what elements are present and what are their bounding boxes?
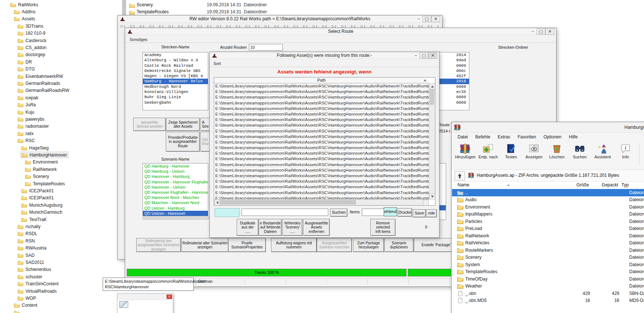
rw-editor-titlebar[interactable]: RW editor Version 8.0.22 Rail Works path… <box>118 16 442 23</box>
tree-item-SAD2011[interactable]: SAD2011 <box>0 259 117 266</box>
tree-item-RWAustria[interactable]: RWAustria <box>0 245 117 252</box>
winrar-row-_.sbn.MD5[interactable]: _.sbn.MD51616MD5-Datei <box>452 297 644 305</box>
tree-item-GermanRailRoadsRW[interactable]: GermanRailRoadsRW <box>0 87 117 94</box>
select-route-titlebar[interactable]: Select Route – ▢ ✕ <box>125 28 556 35</box>
bottom-button-2[interactable]: Rollmaterial aller Szenarien anzeigen <box>181 238 229 252</box>
winrar-row-InputMappers[interactable]: InputMappersDateiordner <box>452 211 644 218</box>
path-row[interactable]: E:\SteamLibrary\steamapps\common\RailWor… <box>214 140 429 145</box>
route-item[interactable]: Konstanz-Villingen <box>143 89 208 94</box>
tree-item-RailWorks[interactable]: RailWorks <box>0 1 117 8</box>
tree-item-radiomaster[interactable]: radiomaster <box>0 123 117 130</box>
winrar-row-Weather[interactable]: WeatherDateiordner <box>452 283 644 290</box>
tree-item-ICE3Pack01[interactable]: ICE3Pack01 <box>0 195 117 202</box>
missing-action-button-2[interactable]: e Bestaende auf fehlende Dateien <box>259 219 282 236</box>
winrar-row-Particles[interactable]: ParticlesDateiordner <box>452 218 644 225</box>
path-row[interactable]: E:\SteamLibrary\steamapps\common\RailWor… <box>214 111 429 117</box>
path-rows[interactable]: E:\SteamLibrary\steamapps\common\RailWor… <box>214 83 429 199</box>
tree-scrollbar-thumb[interactable] <box>122 0 126 15</box>
scenario-item[interactable]: QD Hamburg - Hannover <box>143 164 208 169</box>
path-row[interactable]: E:\SteamLibrary\steamapps\common\RailWor… <box>214 162 429 168</box>
tree-item-3DTrains[interactable]: 3DTrains <box>0 23 117 30</box>
tree-item[interactable] <box>0 309 117 313</box>
winrar-menu-datei[interactable]: Datei <box>454 134 472 140</box>
tree-item-railx[interactable]: railx <box>0 130 117 137</box>
szenario-name-list[interactable]: QD Hamburg - HannoverQD Hamburg - Uelzen… <box>143 163 208 216</box>
winrar-menu-extras[interactable]: Extras <box>494 134 514 140</box>
zeige-speicherort-button[interactable]: Zeige Speicherort aller Assets <box>166 118 200 131</box>
path-row[interactable]: E:\SteamLibrary\steamapps\common\RailWor… <box>214 173 429 179</box>
nde-button-clipped[interactable]: nde <box>426 209 437 217</box>
bottom-button-6[interactable]: Zum Package hinzufuegen <box>353 238 384 252</box>
winrar-menu-optionen[interactable]: Optionen <box>540 134 565 140</box>
winrar-row-..[interactable]: ..Dateiordner <box>452 189 644 196</box>
winrar-row-Audio[interactable]: AudioDateiordner <box>452 196 644 204</box>
tree-item-TemplateRoutes[interactable]: TemplateRoutes <box>0 180 117 187</box>
bottom-button-4[interactable]: Auflistung wagons mit nummern <box>271 238 317 252</box>
tree-item-MunichGarmisch[interactable]: MunichGarmisch <box>0 209 117 216</box>
menu-sonstiges[interactable]: Sonstiges <box>127 36 150 42</box>
path-row[interactable]: E:\SteamLibrary\steamapps\common\RailWor… <box>214 145 429 151</box>
close-icon[interactable]: ✕ <box>431 16 440 22</box>
winrar-row-RailVehicles[interactable]: RailVehiclesDateiordner <box>452 240 644 247</box>
path-row[interactable]: E:\SteamLibrary\steamapps\common\RailWor… <box>214 151 429 156</box>
hscroll-thumb[interactable] <box>220 200 356 204</box>
col-name[interactable]: Name <box>458 182 469 188</box>
missing-action-button-1[interactable]: Duplikate aus der ..... <box>237 219 258 236</box>
winrar-row-PreLoad[interactable]: PreLoadDateiordner <box>452 225 644 233</box>
minimize-icon[interactable]: – <box>415 16 423 21</box>
tree-item-icepak[interactable]: icepak <box>0 94 117 101</box>
tree-item-doctorgep[interactable]: doctorgep <box>0 51 117 58</box>
route-item[interactable]: Hedborough Nord <box>143 84 208 89</box>
path-row[interactable]: E:\SteamLibrary\steamapps\common\RailWor… <box>214 134 429 140</box>
tree-item-DTG[interactable]: DTG <box>0 66 117 73</box>
path-row[interactable]: E:\SteamLibrary\steamapps\common\RailWor… <box>214 117 429 123</box>
tree-item-schuster[interactable]: schuster <box>0 273 117 280</box>
toolbar-search-button[interactable]: Suchen <box>568 142 591 169</box>
toolbar-test-button[interactable]: Testen <box>500 142 523 169</box>
winrar-menu-favoriten[interactable]: Favoriten <box>514 134 540 140</box>
menu-sort[interactable]: Sort <box>211 60 223 66</box>
path-column-header[interactable]: Path <box>214 78 429 83</box>
route-item[interactable]: Hamburg - Hannover Delux <box>143 79 208 84</box>
winrar-row-TemplateRoutes[interactable]: TemplateRoutesDateiordner <box>452 268 644 276</box>
tree-item-RailNetwork[interactable]: RailNetwork <box>0 166 117 173</box>
toolbar-virus-button[interactable]: Virenprüf <box>642 142 644 169</box>
winrar-row-_.sbn[interactable]: _.sbn429429SBN-Datei <box>452 290 644 297</box>
toolbar-books-button[interactable]: Hinzufügen <box>454 142 477 169</box>
tree-item-ICE2Pack01[interactable]: ICE2Pack01 <box>0 187 117 194</box>
close-icon[interactable]: ✕ <box>428 52 437 59</box>
tree-item-CS_addon[interactable]: CS_addon <box>0 44 117 51</box>
maximize-icon[interactable]: ▢ <box>419 52 428 59</box>
winrar-titlebar[interactable]: HamburgAssets.ap - WinRAR <box>452 122 644 133</box>
tree-scrollbar[interactable] <box>122 0 126 15</box>
path-row[interactable]: E:\SteamLibrary\steamapps\common\RailWor… <box>214 156 429 162</box>
path-hscrollbar[interactable] <box>214 199 429 205</box>
tree-item-TestTraK[interactable]: TestTraK <box>0 216 117 223</box>
provider-produkte-button[interactable]: Provider/Produkte in ausgewaehlter Route <box>166 132 200 152</box>
route-item[interactable]: Seebergbahn <box>143 100 208 105</box>
strecken-name-list[interactable]: AcademyAltenburg - Wildau v.3Castle Rock… <box>143 52 208 110</box>
winrar-row-Environment[interactable]: EnvironmentDateiordner <box>452 203 644 211</box>
up-directory-button[interactable] <box>455 171 465 180</box>
maximize-icon[interactable]: ▢ <box>422 16 431 22</box>
missing-action-button-5[interactable]: Remove selected Inft items <box>370 219 395 236</box>
winrar-file-list[interactable]: ..DateiordnerAudioDateiordnerEnvironment… <box>452 189 644 313</box>
tree-item-RSN[interactable]: RSN <box>0 237 117 244</box>
tree-item-EisenbahnwerkRW[interactable]: EisenbahnwerkRW <box>0 73 117 80</box>
path-row[interactable]: E:\SteamLibrary\steamapps\common\RailWor… <box>214 196 429 199</box>
tree-item-WOP[interactable]: WOP <box>0 295 117 302</box>
winrar-menu-befehle[interactable]: Befehle <box>472 134 494 140</box>
tree-item-rschally[interactable]: rschally <box>0 223 117 230</box>
route-item[interactable]: Academy <box>143 52 208 58</box>
winrar-row-Scenery[interactable]: SceneryDateiordner <box>452 254 644 261</box>
route-item[interactable]: Altenburg - Wildau v.3 <box>143 58 208 63</box>
tree-item-RSC[interactable]: RSC <box>0 137 117 144</box>
tree-item-pawerybs[interactable]: pawerybs <box>0 116 117 123</box>
winrar-row-TimeOfDay[interactable]: TimeOfDayDateiordner <box>452 275 644 283</box>
tree-item-GermanRailroads[interactable]: GermanRailroads <box>0 80 117 87</box>
toolbar-extract-button[interactable]: Entp. nach <box>477 142 500 169</box>
folder-tree[interactable]: RailWorksAddInsAssets3DTrains182 010-9Ca… <box>0 0 117 313</box>
route-item[interactable]: Castle Rock Railroad <box>143 63 208 68</box>
path-row[interactable]: E:\SteamLibrary\steamapps\common\RailWor… <box>214 83 429 89</box>
col-gepackt[interactable]: Gepackt <box>589 182 618 188</box>
